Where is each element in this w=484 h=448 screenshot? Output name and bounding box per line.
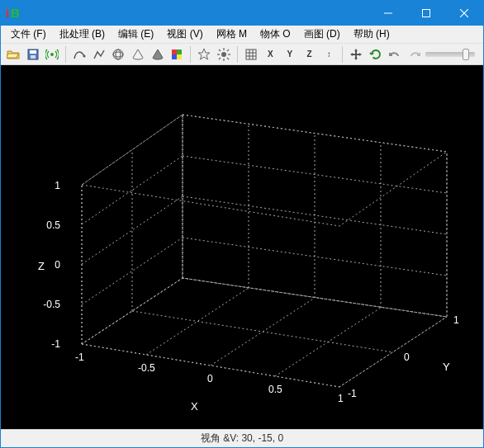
menu-mesh[interactable]: 网格 M [210,26,254,43]
maximize-button[interactable] [407,1,445,26]
svg-line-26 [219,58,221,59]
grid-icon[interactable] [242,45,260,64]
redo-icon[interactable] [406,45,424,64]
y-axis-label: Y [443,361,450,373]
z-tick: -1 [51,338,60,350]
toolbar: X Y Z ↕ [1,44,483,65]
axis-y-button[interactable]: Y [281,45,299,64]
svg-line-34 [211,298,315,365]
close-button[interactable] [445,1,483,26]
z-tick: 0 [55,259,60,271]
svg-rect-17 [177,54,182,59]
svg-text:I: I [6,6,9,20]
menu-plot[interactable]: 画图 (D) [297,26,347,43]
svg-rect-14 [172,50,177,54]
svg-point-13 [113,50,123,59]
cone-outline-icon[interactable] [129,45,147,64]
app-icon: IB [6,6,21,21]
x-axis-label: X [191,400,198,413]
axis-z-button[interactable]: Z [301,45,319,64]
3d-axes: X Y Z -1 -0.5 0 0.5 1 -1 0 1 -1 -0.5 0 0… [1,65,483,429]
path-icon[interactable] [70,45,88,64]
window-controls [369,1,483,26]
x-tick: 0.5 [268,384,282,395]
menubar: 文件 (F) 批处理 (B) 编辑 (E) 视图 (V) 网格 M 物体 O 画… [1,26,483,44]
titlebar: IB [1,1,483,26]
z-axis-label: Z [38,260,45,272]
svg-line-52 [183,115,447,152]
svg-line-36 [339,317,447,387]
svg-line-33 [146,288,249,355]
y-tick: 1 [453,314,459,326]
svg-line-35 [275,308,381,376]
svg-line-24 [227,58,229,59]
svg-text:B: B [11,6,20,20]
menu-help[interactable]: 帮助 (H) [347,26,396,43]
toolbar-sep [342,46,343,63]
status-text: 视角 &V: 30, -15, 0 [201,431,283,446]
z-tick: 0.5 [46,219,60,231]
x-tick: 1 [338,393,344,404]
app-window: IB 文件 (F) 批处理 (B) 编辑 (E) 视图 (V) 网格 M 物体 … [0,0,484,448]
x-tick: -1 [75,351,84,363]
x-tick: 0 [207,373,213,384]
x-tick: -0.5 [138,362,155,374]
menu-file[interactable]: 文件 (F) [4,26,53,43]
statusbar: 视角 &V: 30, -15, 0 [1,429,483,447]
axis-z-label: Z [304,50,316,59]
axis-y-label: Y [284,50,296,59]
toolbar-sep [237,46,238,63]
broadcast-icon[interactable] [43,45,61,64]
rotate-icon[interactable] [367,45,385,64]
star-outline-icon[interactable] [195,45,213,64]
y-tick: 0 [404,351,410,363]
undo-icon[interactable] [387,45,405,64]
save-icon[interactable] [24,45,42,64]
toolbar-sep [65,46,66,63]
svg-rect-8 [31,55,36,59]
cone-solid-icon[interactable] [149,45,167,64]
toolbar-sep [190,46,191,63]
3d-viewport[interactable]: X Y Z -1 -0.5 0 0.5 1 -1 0 1 -1 -0.5 0 0… [1,65,483,429]
z-tick: -0.5 [43,299,60,310]
wireframe-icon[interactable] [110,45,128,64]
pan-icon[interactable] [347,45,365,64]
menu-view[interactable]: 视图 (V) [160,26,209,43]
svg-point-11 [113,52,123,57]
updown-button[interactable]: ↕ [320,45,339,64]
menu-edit[interactable]: 编辑 (E) [112,26,160,43]
svg-rect-16 [172,54,177,59]
palette-icon[interactable] [168,45,187,64]
menu-object[interactable]: 物体 O [254,26,297,43]
svg-line-23 [219,50,221,51]
svg-rect-27 [246,50,256,59]
open-icon[interactable] [4,45,22,64]
sun-icon[interactable] [215,45,233,64]
svg-point-9 [50,53,54,56]
svg-rect-3 [423,10,430,17]
svg-rect-7 [30,50,36,54]
svg-point-12 [116,50,121,59]
updown-label: ↕ [323,50,335,59]
axis-x-label: X [264,50,276,59]
svg-point-10 [83,54,85,57]
zoom-slider[interactable] [425,52,480,57]
y-tick: -1 [348,388,357,399]
axis-x-button[interactable]: X [261,45,279,64]
z-tick: 1 [55,180,60,191]
menu-batch[interactable]: 批处理 (B) [53,26,112,43]
minimize-button[interactable] [369,1,407,26]
svg-point-18 [221,52,226,57]
svg-line-25 [227,50,229,51]
svg-rect-15 [177,50,182,54]
lines-icon[interactable] [90,45,108,64]
